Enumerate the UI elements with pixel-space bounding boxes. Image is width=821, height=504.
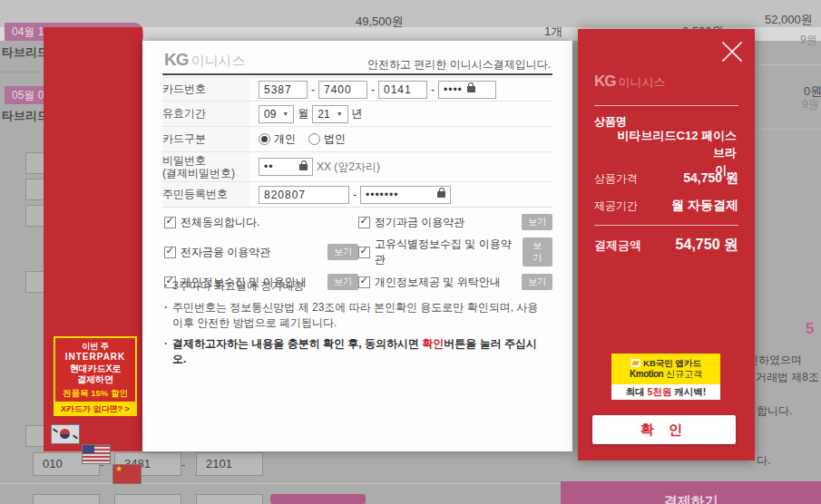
background-fragment-text-4: 다. — [757, 453, 770, 469]
expiry-year-select[interactable]: 21▼ — [312, 105, 347, 123]
radio-personal-checked[interactable] — [259, 133, 270, 145]
ad-cta-link[interactable]: X카드가 없다면? > — [54, 402, 137, 416]
cashback-amount-highlight: 5천원 — [648, 386, 672, 397]
card-number-input-1[interactable]: 5387 — [259, 81, 308, 99]
agreement-label: 고유식별정보수집 및 이용약관 — [375, 237, 518, 267]
card-number-input-4[interactable]: •••• — [438, 81, 496, 99]
card-number-label: 카드번호 — [162, 78, 249, 101]
expiry-month-value: 09 — [264, 108, 276, 121]
background-qty: 1개 — [544, 24, 562, 40]
dash: - — [353, 189, 357, 201]
background-input-stub — [25, 179, 45, 200]
radio-corporate-label: 법인 — [324, 131, 346, 147]
star-icon: ★ — [115, 464, 122, 473]
dash: - — [371, 83, 375, 96]
panel-divider — [594, 105, 738, 106]
background-fragment-pink-price: 5 — [806, 320, 814, 338]
close-icon[interactable] — [720, 40, 744, 63]
expiry-row: 유효기간 09▼ 월 21▼ 년 — [162, 101, 552, 126]
kb-banner-line2: 신규고객 — [663, 369, 702, 379]
view-terms-button[interactable]: 보기 — [523, 237, 552, 267]
confirm-word-highlight: 확인 — [422, 337, 444, 350]
note-text: 3주마다 화요일에 정기배송 — [172, 278, 304, 294]
card-info-table: 카드번호 5387 - 7400 - 0141 - •••• 유효기간 09▼ … — [162, 77, 552, 208]
background-divider-left — [0, 72, 44, 73]
checkbox-checked-icon[interactable] — [164, 247, 176, 258]
ssn-label: 주민등록번호 — [162, 182, 249, 207]
background-divider-right-1 — [757, 64, 821, 65]
caret-down-icon: ▼ — [282, 111, 288, 117]
product-price-row: 상품가격 54,750 원 — [594, 170, 738, 187]
radio-corporate[interactable] — [308, 133, 320, 145]
checkbox-checked-icon[interactable] — [164, 217, 176, 228]
view-terms-button[interactable]: 보기 — [327, 244, 358, 260]
lock-icon — [467, 86, 475, 92]
modal-left-panel: 이번 주 INTERPARK 현대카드X로 결제하면 전품목 15% 할인 X카… — [44, 27, 142, 451]
lock-icon — [437, 191, 445, 198]
dash: - — [311, 83, 315, 96]
expiry-label: 유효기간 — [162, 102, 249, 126]
view-terms-button[interactable]: 보기 — [522, 214, 552, 230]
ad-line-4: 결제하면 — [55, 374, 135, 386]
inicis-logo-text: 이니시스 — [191, 53, 246, 68]
background-input-stub — [25, 152, 45, 174]
card-number-input-2[interactable]: 7400 — [318, 81, 367, 99]
card-number-input-3[interactable]: 0141 — [378, 81, 427, 99]
checkbox-checked-icon[interactable] — [358, 217, 370, 228]
kb-card-banner[interactable]: KB국민 앱카드 Kmotion 신규고객 최대 5천원 캐시백! — [611, 354, 720, 400]
pay-button[interactable]: 결제하기 — [561, 481, 821, 504]
agreement-unique-id[interactable]: 고유식별정보수집 및 이용약관 보기 — [358, 237, 552, 267]
period-value: 월 자동결제 — [671, 198, 738, 214]
kb-cashback-text: 최대 5천원 캐시백! — [611, 384, 720, 400]
china-flag-icon[interactable]: ★ — [112, 464, 142, 484]
payment-summary-panel: KG이니시스 상품명 비타브리드C12 페이스 브라 이... 상품가격 54,… — [578, 29, 755, 460]
inicis-logo-text: 이니시스 — [619, 75, 666, 89]
card-type-row: 카드구분 개인 법인 — [162, 126, 552, 151]
background-price-3: 52,000원 — [765, 12, 813, 28]
ssn-front-input[interactable]: 820807 — [259, 186, 349, 204]
expiry-month-select[interactable]: 09▼ — [259, 105, 294, 123]
background-input-stub — [25, 425, 45, 447]
small-pink-button[interactable] — [270, 494, 366, 504]
note-text: 결제하고자하는 내용을 충분히 확인 후, 동의하시면 확인버튼을 눌러 주십시… — [172, 336, 545, 367]
background-price-3-sub: 9원 — [800, 33, 817, 48]
lock-icon — [299, 164, 308, 170]
kb-logo-icon — [630, 359, 640, 367]
product-price-value: 54,750 원 — [683, 170, 738, 187]
password-input[interactable]: •• — [259, 158, 313, 176]
product-price-label: 상품가격 — [594, 171, 638, 187]
month-suffix: 월 — [298, 106, 308, 121]
kmotion-brand: Kmotion — [630, 369, 663, 379]
ad-line-1: 이번 주 — [55, 342, 135, 352]
note-delivery: 3주마다 화요일에 정기배송 — [164, 278, 545, 294]
payment-form-modal: KG이니시스 안전하고 편리한 이니시스결제입니다. 카드번호 5387 - 7… — [142, 41, 572, 451]
period-row: 제공기간 월 자동결제 — [594, 198, 738, 214]
agreement-all[interactable]: 전체동의합니다. — [164, 214, 358, 230]
usa-flag-icon[interactable] — [82, 444, 111, 464]
note-text: 주민번호는 정보통신망법 제 23조에 따라 본인확인 용도로만 확인되며, 사… — [172, 300, 545, 331]
agreement-efinance[interactable]: 전자금융 이용약관 보기 — [164, 237, 358, 267]
ssn-back-input[interactable]: ••••••• — [360, 186, 451, 204]
background-input-stub — [196, 494, 263, 504]
total-row: 결제금액 54,750 원 — [594, 236, 738, 255]
confirm-button[interactable]: 확 인 — [592, 415, 736, 444]
checkbox-checked-icon[interactable] — [358, 247, 370, 258]
agreement-label: 정기과금 이용약관 — [375, 215, 464, 230]
masked-ssn: ••••••• — [366, 189, 398, 201]
total-value: 54,750 원 — [676, 236, 738, 255]
agreement-recurring[interactable]: 정기과금 이용약관 보기 — [358, 214, 552, 230]
korea-flag-icon[interactable] — [51, 424, 80, 444]
agreement-label: 전체동의합니다. — [181, 215, 259, 230]
trigram-icon — [73, 434, 78, 439]
background-input-stub — [25, 271, 45, 293]
background-product-1: 타브리드 — [2, 44, 49, 61]
interpark-ad[interactable]: 이번 주 INTERPARK 현대카드X로 결제하면 전품목 15% 할인 — [54, 336, 137, 403]
masked-digits: •••• — [444, 83, 463, 96]
ad-line-5: 전품목 15% 할인 — [55, 388, 135, 399]
header-rule — [162, 73, 552, 75]
agreement-label: 전자금융 이용약관 — [181, 245, 270, 260]
background-fragment-price-2: 9원 — [802, 97, 819, 112]
phone-input-3[interactable]: 2101 — [196, 452, 263, 476]
trigram-icon — [53, 428, 58, 432]
dash: - — [431, 83, 435, 96]
